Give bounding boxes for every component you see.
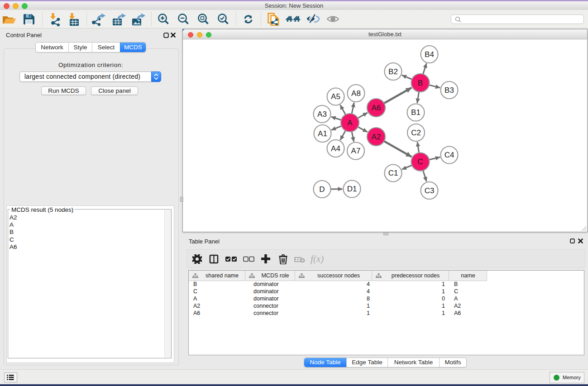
svg-text:A6: A6 — [372, 104, 381, 112]
svg-text:B1: B1 — [411, 108, 421, 117]
svg-text:A7: A7 — [351, 147, 361, 155]
svg-text:D: D — [319, 185, 325, 194]
svg-text:C: C — [417, 157, 423, 166]
svg-text:C1: C1 — [388, 169, 398, 177]
svg-text:C3: C3 — [425, 186, 435, 195]
svg-text:B2: B2 — [388, 67, 398, 76]
svg-text:A5: A5 — [331, 92, 340, 101]
svg-text:A8: A8 — [351, 89, 361, 98]
svg-text:A1: A1 — [318, 129, 327, 138]
svg-text:D1: D1 — [347, 185, 357, 193]
svg-text:A4: A4 — [331, 144, 340, 153]
svg-text:A: A — [347, 119, 353, 127]
svg-text:A2: A2 — [372, 133, 381, 141]
svg-text:A3: A3 — [317, 110, 327, 119]
svg-text:C4: C4 — [445, 151, 454, 159]
svg-text:C2: C2 — [411, 129, 421, 137]
svg-text:B3: B3 — [445, 86, 454, 95]
svg-text:B4: B4 — [425, 50, 434, 59]
svg-text:B: B — [418, 79, 423, 87]
